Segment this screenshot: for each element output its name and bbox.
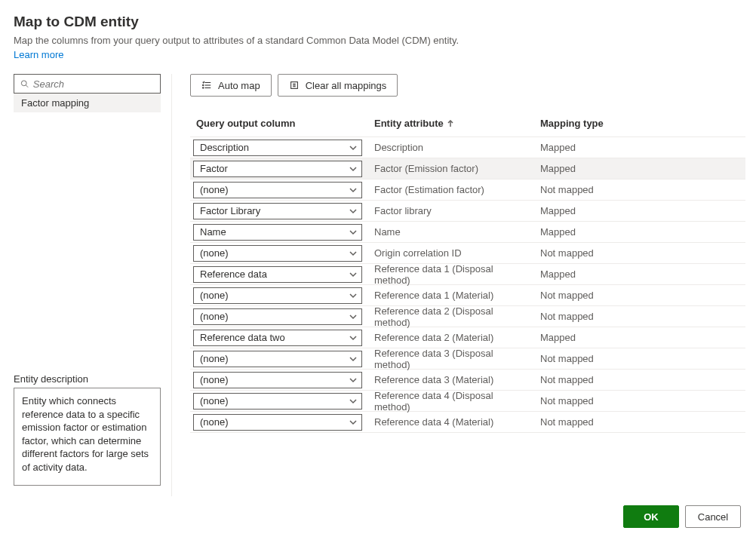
mapping-type-cell: Not mapped — [534, 184, 745, 195]
auto-map-icon — [201, 80, 212, 90]
output-column-dropdown[interactable]: Reference data two — [193, 330, 362, 346]
output-column-dropdown[interactable]: (none) — [193, 393, 362, 410]
svg-point-0 — [21, 81, 26, 86]
chevron-down-icon — [349, 419, 357, 426]
search-input[interactable] — [33, 78, 154, 90]
chevron-down-icon — [349, 334, 357, 342]
mapping-type-cell: Not mapped — [534, 290, 745, 301]
chevron-down-icon — [349, 397, 357, 405]
clear-all-label: Clear all mappings — [306, 80, 387, 91]
table-row: NameNameMapped — [190, 222, 745, 243]
entity-attribute-cell: Reference data 4 (Disposal method) — [368, 390, 534, 413]
table-row: (none)Reference data 2 (Disposal method)… — [190, 306, 745, 327]
entity-description-text: Entity which connects reference data to … — [14, 388, 161, 486]
dropdown-value: Factor — [200, 163, 228, 174]
table-row: (none)Reference data 3 (Disposal method)… — [190, 348, 745, 370]
mapping-type-cell: Mapped — [534, 268, 745, 280]
learn-more-link[interactable]: Learn more — [14, 49, 63, 60]
svg-line-1 — [26, 85, 28, 87]
clear-all-mappings-button[interactable]: Clear all mappings — [278, 74, 398, 97]
ok-button[interactable]: OK — [623, 505, 679, 528]
mapping-type-cell: Not mapped — [534, 247, 745, 259]
mapping-table: Query output column Entity attribute Map… — [190, 110, 745, 433]
chevron-down-icon — [349, 250, 357, 257]
entity-attribute-cell: Origin correlation ID — [368, 247, 534, 259]
search-icon — [20, 79, 29, 88]
entity-attribute-cell: Reference data 3 (Disposal method) — [368, 348, 534, 370]
cancel-button[interactable]: Cancel — [685, 505, 741, 528]
entity-attribute-cell: Reference data 2 (Disposal method) — [368, 305, 534, 328]
entity-attribute-cell: Reference data 3 (Material) — [368, 374, 534, 385]
mapping-type-cell: Mapped — [534, 205, 745, 216]
column-header-attribute-label: Entity attribute — [374, 118, 444, 129]
chevron-down-icon — [349, 144, 357, 152]
output-column-dropdown[interactable]: (none) — [193, 287, 362, 304]
table-row: DescriptionDescriptionMapped — [190, 137, 745, 158]
page-subtitle: Map the columns from your query output t… — [14, 35, 742, 46]
chevron-down-icon — [349, 207, 357, 215]
entity-attribute-cell: Reference data 1 (Disposal method) — [368, 263, 534, 286]
dropdown-value: (none) — [200, 374, 229, 385]
chevron-down-icon — [349, 229, 357, 236]
chevron-down-icon — [349, 313, 357, 321]
entity-attribute-cell: Name — [368, 226, 534, 238]
mapping-type-cell: Mapped — [534, 163, 745, 174]
output-column-dropdown[interactable]: (none) — [193, 308, 362, 325]
dropdown-value: Description — [200, 142, 249, 153]
output-column-dropdown[interactable]: (none) — [193, 245, 362, 262]
column-header-attribute[interactable]: Entity attribute — [368, 110, 534, 137]
mapping-type-cell: Mapped — [534, 332, 745, 343]
chevron-down-icon — [349, 355, 357, 363]
output-column-dropdown[interactable]: Name — [193, 224, 362, 241]
output-column-dropdown[interactable]: (none) — [193, 414, 362, 431]
table-row: (none)Reference data 4 (Material)Not map… — [190, 412, 745, 433]
dropdown-value: (none) — [200, 353, 229, 364]
column-header-type[interactable]: Mapping type — [534, 110, 745, 137]
chevron-down-icon — [349, 165, 357, 173]
clear-all-icon — [289, 80, 300, 90]
entity-attribute-cell: Factor library — [368, 205, 534, 216]
dropdown-value: (none) — [200, 247, 229, 259]
column-header-output[interactable]: Query output column — [190, 110, 368, 137]
dropdown-value: (none) — [200, 416, 229, 428]
svg-point-5 — [203, 84, 204, 85]
entity-description-label: Entity description — [14, 373, 161, 385]
dropdown-value: (none) — [200, 395, 229, 406]
dropdown-value: (none) — [200, 290, 229, 301]
chevron-down-icon — [349, 292, 357, 299]
page-title: Map to CDM entity — [14, 14, 742, 30]
entity-attribute-cell: Reference data 4 (Material) — [368, 416, 534, 428]
auto-map-label: Auto map — [218, 80, 260, 91]
auto-map-button[interactable]: Auto map — [190, 74, 272, 97]
mapping-type-cell: Not mapped — [534, 374, 745, 385]
chevron-down-icon — [349, 186, 357, 194]
entity-attribute-cell: Reference data 1 (Material) — [368, 290, 534, 301]
chevron-down-icon — [349, 271, 357, 278]
table-row: Reference dataReference data 1 (Disposal… — [190, 264, 745, 285]
table-row: (none)Factor (Estimation factor)Not mapp… — [190, 179, 745, 201]
table-row: Reference data twoReference data 2 (Mate… — [190, 327, 745, 348]
mapping-type-cell: Mapped — [534, 142, 745, 153]
entity-list-item[interactable]: Factor mapping — [14, 94, 161, 112]
output-column-dropdown[interactable]: (none) — [193, 351, 362, 367]
mapping-type-cell: Not mapped — [534, 311, 745, 322]
table-row: (none)Reference data 1 (Material)Not map… — [190, 285, 745, 306]
entity-attribute-cell: Factor (Emission factor) — [368, 163, 534, 174]
entity-attribute-cell: Factor (Estimation factor) — [368, 184, 534, 195]
output-column-dropdown[interactable]: Factor — [193, 161, 362, 177]
dropdown-value: Reference data — [200, 268, 267, 280]
output-column-dropdown[interactable]: Reference data — [193, 266, 362, 283]
table-row: (none)Origin correlation IDNot mapped — [190, 243, 745, 264]
dropdown-value: Name — [200, 226, 226, 238]
output-column-dropdown[interactable]: (none) — [193, 182, 362, 198]
chevron-down-icon — [349, 376, 357, 384]
search-input-wrap[interactable] — [14, 74, 161, 94]
output-column-dropdown[interactable]: Description — [193, 140, 362, 156]
output-column-dropdown[interactable]: Factor Library — [193, 203, 362, 219]
dropdown-value: Factor Library — [200, 205, 260, 216]
output-column-dropdown[interactable]: (none) — [193, 372, 362, 388]
mapping-type-cell: Not mapped — [534, 353, 745, 364]
table-row: FactorFactor (Emission factor)Mapped — [190, 158, 745, 179]
dropdown-value: (none) — [200, 311, 229, 322]
dropdown-value: Reference data two — [200, 332, 285, 343]
